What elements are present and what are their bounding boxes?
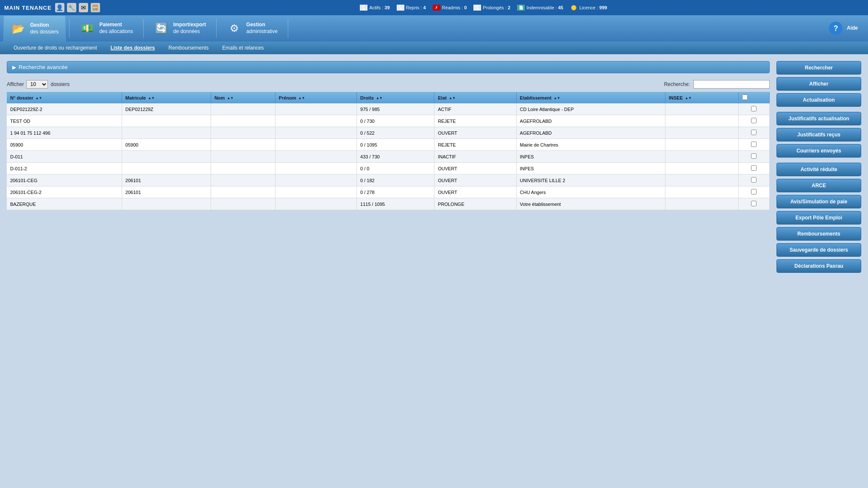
sort-prenom: ▲▼ — [298, 97, 305, 100]
justificatifs-actualisation-button[interactable]: Justificatifs actualisation — [776, 112, 861, 125]
cell-droits: 0 / 730 — [357, 115, 434, 127]
search-input[interactable] — [693, 80, 770, 89]
cell-checkbox[interactable] — [738, 103, 769, 115]
courriers-envoyes-button[interactable]: Courriers envoyés — [776, 144, 861, 158]
cell-checkbox[interactable] — [738, 163, 769, 175]
subnav-liste[interactable]: Liste des dossiers — [104, 43, 162, 53]
col-insee[interactable]: INSEE ▲▼ — [665, 92, 738, 103]
col-select-all[interactable] — [738, 92, 769, 103]
nav-paiement[interactable]: 💵 Paiementdes allocations — [73, 15, 139, 42]
cell-droits: 975 / 985 — [357, 103, 434, 115]
gestion-dossiers-icon: 📂 — [11, 21, 26, 36]
cell-dossier: 1 94 01 75 112 496 — [7, 127, 122, 139]
row-checkbox[interactable] — [751, 153, 757, 159]
search-label: Recherche: — [664, 81, 690, 87]
row-checkbox[interactable] — [751, 106, 757, 111]
select-all-checkbox[interactable] — [742, 94, 748, 100]
afficher-button[interactable]: Afficher — [776, 77, 861, 91]
cell-dossier: 206101-CEG-2 — [7, 186, 122, 198]
nav-aide[interactable]: ? Aide — [822, 15, 865, 42]
export-pole-emploi-button[interactable]: Export Pôle Emploi — [776, 211, 861, 225]
col-etat[interactable]: Etat ▲▼ — [434, 92, 516, 103]
col-matricule[interactable]: Matricule ▲▼ — [122, 92, 211, 103]
stat-repris: 📄 Repris : 4 — [397, 5, 426, 11]
activite-reduite-button[interactable]: Activité réduite — [776, 163, 861, 176]
top-bar-icons: 👤 🔧 ✉ 🧮 — [55, 3, 100, 12]
cell-matricule — [122, 198, 211, 210]
nav-gestion-admin[interactable]: ⚙ Gestionadministrative — [220, 15, 284, 42]
subnav-remboursements[interactable]: Remboursements — [162, 43, 216, 53]
mail-icon[interactable]: ✉ — [79, 3, 88, 12]
cell-nom — [211, 163, 275, 175]
gestion-admin-icon: ⚙ — [227, 21, 242, 36]
row-checkbox[interactable] — [751, 165, 757, 171]
repris-icon: 📄 — [397, 5, 404, 11]
cell-checkbox[interactable] — [738, 151, 769, 163]
paiement-label: Paiementdes allocations — [99, 22, 133, 35]
search-arrow-icon: ▶ — [12, 64, 16, 70]
col-nom[interactable]: Nom ▲▼ — [211, 92, 275, 103]
col-dossier[interactable]: N° dossier ▲▼ — [7, 92, 122, 103]
row-checkbox[interactable] — [751, 141, 757, 147]
stat-prolonges: 📄 Prolongés : 2 — [473, 5, 510, 11]
search-bar-label: Recherche avancée — [19, 64, 68, 70]
entries-select[interactable]: 10 25 50 100 — [26, 80, 48, 89]
licence-label: Licence : 999 — [579, 5, 607, 10]
cell-nom — [211, 175, 275, 186]
col-etablissement[interactable]: Etablissement ▲▼ — [516, 92, 665, 103]
nav-gestion-dossiers[interactable]: 📂 Gestiondes dossiers — [3, 15, 66, 42]
cell-etat: OUVERT — [434, 127, 516, 139]
remboursements-button[interactable]: Remboursements — [776, 227, 861, 241]
cell-checkbox[interactable] — [738, 127, 769, 139]
table-row[interactable]: BAZERQUE 1115 / 1095 PROLONGE Votre étab… — [7, 198, 770, 210]
app-wrapper: MAIN TENANCE 👤 🔧 ✉ 🧮 📄 Actifs : 39 📄 Rep… — [0, 0, 868, 488]
col-droits[interactable]: Droits ▲▼ — [357, 92, 434, 103]
subnav-emails[interactable]: Emails et relances — [215, 43, 270, 53]
cell-droits: 433 / 730 — [357, 151, 434, 163]
cell-checkbox[interactable] — [738, 115, 769, 127]
sauvegarde-dossiers-button[interactable]: Sauvegarde de dossiers — [776, 243, 861, 257]
calc-icon[interactable]: 🧮 — [91, 3, 100, 12]
sort-matricule: ▲▼ — [148, 97, 155, 100]
cell-checkbox[interactable] — [738, 186, 769, 198]
table-row[interactable]: 206101-CEG-2 206101 0 / 278 OUVERT CHU A… — [7, 186, 770, 198]
nav-import-export[interactable]: 🔄 Import/exportde données — [147, 15, 213, 42]
nav-sep-2 — [143, 19, 144, 38]
cell-checkbox[interactable] — [738, 175, 769, 186]
arce-button[interactable]: ARCE — [776, 179, 861, 192]
table-row[interactable]: D-011 433 / 730 INACTIF INPES — [7, 151, 770, 163]
actualisation-button[interactable]: Actualisation — [776, 93, 861, 107]
row-checkbox[interactable] — [751, 201, 757, 206]
cell-insee — [665, 175, 738, 186]
cell-etat: PROLONGE — [434, 198, 516, 210]
user-icon[interactable]: 👤 — [55, 3, 64, 12]
cell-nom — [211, 103, 275, 115]
declarations-pasrau-button[interactable]: Déclarations Pasrau — [776, 259, 861, 273]
cell-insee — [665, 127, 738, 139]
data-table: N° dossier ▲▼ Matricule ▲▼ Nom ▲▼ Prénom… — [7, 92, 770, 210]
table-row[interactable]: D-011-2 0 / 0 OUVERT INPES — [7, 163, 770, 175]
justificatifs-recus-button[interactable]: Justificatifs reçus — [776, 128, 861, 141]
tools-icon[interactable]: 🔧 — [67, 3, 76, 12]
table-row[interactable]: 05900 05900 0 / 1095 REJETE Mairie de Ch… — [7, 139, 770, 151]
row-checkbox[interactable] — [751, 177, 757, 183]
cell-checkbox[interactable] — [738, 139, 769, 151]
table-row[interactable]: TEST OD 0 / 730 REJETE AGEFROLABD — [7, 115, 770, 127]
subnav-ouverture[interactable]: Ouverture de droits ou rechargement — [7, 43, 104, 53]
row-checkbox[interactable] — [751, 130, 757, 135]
advanced-search-bar[interactable]: ▶ Recherche avancée — [7, 61, 770, 73]
row-checkbox[interactable] — [751, 189, 757, 194]
dossiers-label: dossiers — [50, 81, 70, 87]
avis-simulation-button[interactable]: Avis/Simulation de paie — [776, 195, 861, 208]
table-row[interactable]: 206101-CEG 206101 0 / 182 OUVERT UNIVERS… — [7, 175, 770, 186]
rechercher-button[interactable]: Rechercher — [776, 61, 861, 75]
col-prenom[interactable]: Prénom ▲▼ — [275, 92, 356, 103]
app-title: MAIN TENANCE — [4, 5, 52, 11]
cell-etat: OUVERT — [434, 186, 516, 198]
prolonges-label: Prolongés : 2 — [483, 5, 510, 10]
cell-checkbox[interactable] — [738, 198, 769, 210]
table-row[interactable]: DEP021229Z-2 DEP021229Z 975 / 985 ACTIF … — [7, 103, 770, 115]
row-checkbox[interactable] — [751, 118, 757, 123]
cell-etablissement: Votre établissement — [516, 198, 665, 210]
table-row[interactable]: 1 94 01 75 112 496 0 / 522 OUVERT AGEFRO… — [7, 127, 770, 139]
